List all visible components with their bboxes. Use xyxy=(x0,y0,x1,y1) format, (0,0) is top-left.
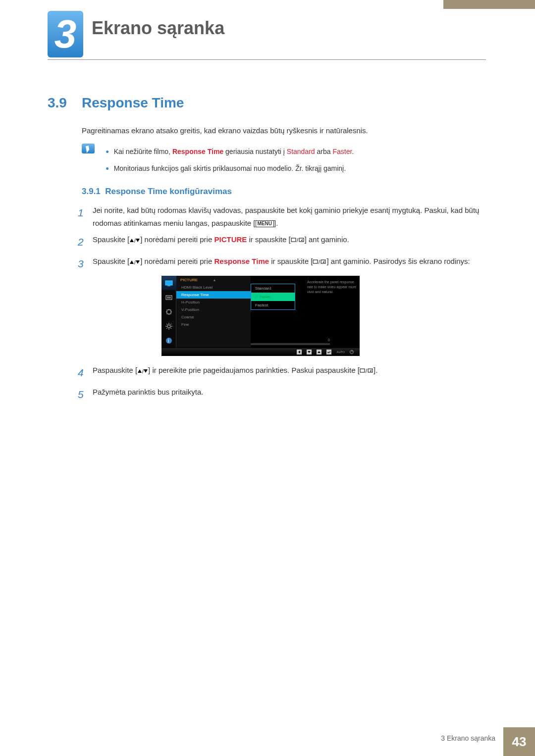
step-number: 3 xyxy=(78,255,93,273)
note-item: • Kai nežiūrite filmo, Response Time ger… xyxy=(106,144,477,160)
note-list: • Kai nežiūrite filmo, Response Time ger… xyxy=(106,144,477,177)
svg-rect-3 xyxy=(291,238,296,242)
highlight: Faster xyxy=(332,148,352,155)
svg-marker-6 xyxy=(130,260,134,264)
chapter-number-badge: 3 xyxy=(48,11,83,57)
step-body: Paspauskite [/] ir pereikite prie pageid… xyxy=(93,364,484,382)
svg-rect-40 xyxy=(360,369,365,372)
svg-rect-14 xyxy=(166,296,172,300)
step-text: Jei norite, kad būtų rodomas klavišų vad… xyxy=(93,206,479,227)
osd-menu-item: Fine xyxy=(176,321,251,328)
osd-slider-value: 0 xyxy=(328,338,330,342)
osd-option: Fastest xyxy=(251,301,295,309)
svg-text:/: / xyxy=(319,259,320,264)
osd-menu-title: PICTURE▴ xyxy=(176,276,251,284)
svg-rect-12 xyxy=(165,281,172,285)
left-arrow-icon xyxy=(297,350,302,354)
section-number: 3.9 xyxy=(48,95,67,111)
step-text: ir spauskite [ xyxy=(247,235,290,244)
step-text: ] ant gaminio. Pasirodys šis ekrano rodi… xyxy=(326,257,470,265)
gear-icon xyxy=(161,319,176,333)
header-accent-bar xyxy=(443,0,535,9)
step-text: Paspauskite [ xyxy=(93,366,137,374)
svg-marker-2 xyxy=(136,239,140,242)
svg-marker-34 xyxy=(308,351,311,353)
step-text: ] norėdami pereiti prie xyxy=(140,257,214,265)
step-1: 1 Jei norite, kad būtų rodomas klavišų v… xyxy=(78,204,484,229)
osd-menu-panel: PICTURE▴ HDMI Black Level Response Time … xyxy=(176,276,251,348)
select-key-icon: / xyxy=(313,255,326,268)
step-text: ] ant gaminio. xyxy=(305,235,349,244)
osd-menu-item: Coarse xyxy=(176,313,251,321)
info-icon: i xyxy=(161,333,176,348)
note-text: Monitoriaus funkcijos gali skirtis prikl… xyxy=(114,164,346,172)
list-icon xyxy=(161,290,176,304)
highlight: Response Time xyxy=(214,257,269,265)
subsection-title: Response Time konfigūravimas xyxy=(105,187,232,196)
select-key-icon: / xyxy=(291,234,305,247)
up-down-key-icon: / xyxy=(129,255,140,268)
osd-screenshot: i PICTURE▴ HDMI Black Level Response Tim… xyxy=(161,276,360,356)
osd-option-selected: Faster xyxy=(251,293,295,301)
bullet-icon: • xyxy=(106,147,108,157)
power-icon xyxy=(350,350,354,354)
osd-menu-item: H-Position xyxy=(176,299,251,306)
svg-line-28 xyxy=(170,328,171,329)
highlight: PICTURE xyxy=(214,235,247,244)
note-text: . xyxy=(352,148,354,155)
svg-text:/: / xyxy=(297,238,298,243)
step-text: Spauskite [ xyxy=(93,235,129,244)
osd-slider: 0 xyxy=(251,343,330,345)
note-text: geriausia nustatyti į xyxy=(223,148,287,155)
svg-marker-33 xyxy=(298,351,300,353)
osd-menu-item-selected: Response Time xyxy=(176,291,251,299)
svg-rect-42 xyxy=(368,369,373,372)
auto-label: AUTO xyxy=(336,351,345,353)
svg-text:/: / xyxy=(366,368,367,373)
step-text: ]. xyxy=(374,366,377,374)
footer-chapter-label: 3 Ekrano sąranka xyxy=(441,734,495,742)
step-body: Pažymėta parinktis bus pritaikyta. xyxy=(93,386,484,403)
step-body: Jei norite, kad būtų rodomas klavišų vad… xyxy=(93,204,484,229)
svg-rect-11 xyxy=(321,260,325,263)
note-text: arba xyxy=(315,148,333,155)
up-arrow-icon xyxy=(317,350,321,354)
step-body: Spauskite [/] norėdami pereiti prie PICT… xyxy=(93,233,484,251)
bullet-icon: • xyxy=(106,164,108,174)
step-text: ir spauskite [ xyxy=(269,257,313,265)
subsection-number: 3.9.1 xyxy=(82,187,101,196)
svg-text:/: / xyxy=(142,369,144,374)
step-3: 3 Spauskite [/] norėdami pereiti prie Re… xyxy=(78,255,484,273)
svg-marker-8 xyxy=(136,260,140,264)
steps-list: 1 Jei norite, kad būtų rodomas klavišų v… xyxy=(78,204,484,276)
footer-page-number: 43 xyxy=(503,727,535,756)
osd-footer: AUTO xyxy=(161,348,360,356)
svg-marker-39 xyxy=(144,369,148,373)
svg-line-30 xyxy=(170,324,171,325)
step-text: ] ir pereikite prie pageidaujamos parink… xyxy=(148,366,360,374)
monitor-icon xyxy=(161,276,176,290)
svg-text:/: / xyxy=(134,260,136,265)
svg-marker-0 xyxy=(130,239,134,242)
up-down-key-icon: / xyxy=(129,234,140,247)
note-item: • Monitoriaus funkcijos gali skirtis pri… xyxy=(106,160,477,177)
note-icon xyxy=(82,144,95,153)
svg-marker-35 xyxy=(318,351,321,353)
divider xyxy=(48,59,486,60)
menu-key-icon: MENU xyxy=(256,220,274,227)
osd-sidebar: i xyxy=(161,276,176,348)
svg-rect-17 xyxy=(167,310,171,314)
step-body: Spauskite [/] norėdami pereiti prie Resp… xyxy=(93,255,484,273)
note-block: • Kai nežiūrite filmo, Response Time ger… xyxy=(82,144,483,177)
svg-rect-13 xyxy=(167,286,170,286)
chapter-title: Ekrano sąranka xyxy=(92,18,224,39)
up-down-key-icon: / xyxy=(137,364,148,377)
osd-menu-item: HDMI Black Level xyxy=(176,284,251,291)
osd-option: Standard xyxy=(251,284,295,293)
steps-list-cont: 4 Paspauskite [/] ir pereikite prie page… xyxy=(78,364,484,407)
step-4: 4 Paspauskite [/] ir pereikite prie page… xyxy=(78,364,484,382)
step-number: 5 xyxy=(78,386,93,403)
svg-marker-36 xyxy=(327,352,328,353)
step-number: 2 xyxy=(78,233,93,251)
highlight: Response Time xyxy=(172,148,223,155)
